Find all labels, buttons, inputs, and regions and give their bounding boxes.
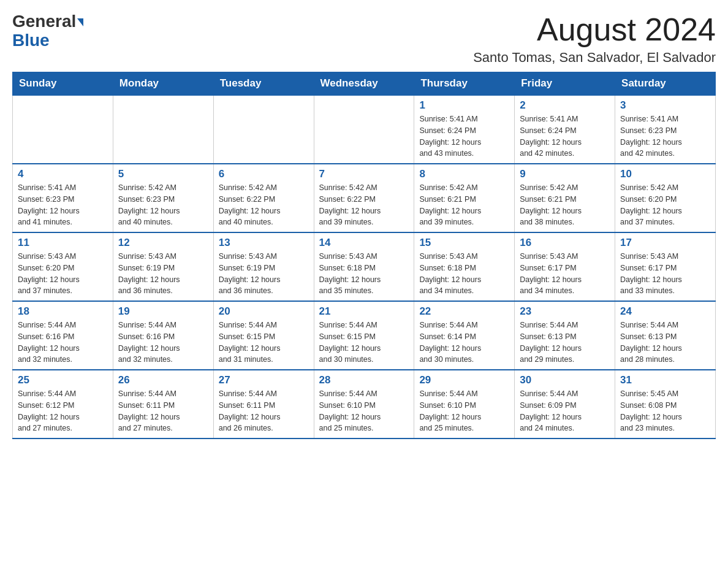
day-number: 24 xyxy=(620,305,710,318)
day-number: 26 xyxy=(118,374,208,386)
day-info: Sunrise: 5:42 AMSunset: 6:22 PMDaylight:… xyxy=(219,182,309,228)
day-number: 18 xyxy=(18,305,108,318)
day-info: Sunrise: 5:44 AMSunset: 6:13 PMDaylight:… xyxy=(520,320,610,366)
day-number: 25 xyxy=(18,374,108,386)
day-number: 11 xyxy=(18,237,108,249)
day-number: 22 xyxy=(419,305,509,318)
day-number: 10 xyxy=(620,168,710,180)
calendar-cell: 10Sunrise: 5:42 AMSunset: 6:20 PMDayligh… xyxy=(615,164,716,232)
day-info: Sunrise: 5:41 AMSunset: 6:24 PMDaylight:… xyxy=(419,113,509,159)
day-info: Sunrise: 5:44 AMSunset: 6:15 PMDaylight:… xyxy=(219,320,309,366)
calendar-cell: 14Sunrise: 5:43 AMSunset: 6:18 PMDayligh… xyxy=(314,232,414,301)
title-area: August 2024 Santo Tomas, San Salvador, E… xyxy=(473,12,716,66)
day-info: Sunrise: 5:41 AMSunset: 6:23 PMDaylight:… xyxy=(620,113,710,159)
day-number: 2 xyxy=(520,99,610,112)
day-number: 5 xyxy=(118,168,208,180)
day-number: 27 xyxy=(219,374,309,386)
day-number: 28 xyxy=(319,374,409,386)
calendar-cell: 28Sunrise: 5:44 AMSunset: 6:10 PMDayligh… xyxy=(314,370,414,439)
calendar-week-row: 25Sunrise: 5:44 AMSunset: 6:12 PMDayligh… xyxy=(13,370,716,439)
day-number: 21 xyxy=(319,305,409,318)
calendar-table: SundayMondayTuesdayWednesdayThursdayFrid… xyxy=(12,72,716,439)
calendar-cell: 30Sunrise: 5:44 AMSunset: 6:09 PMDayligh… xyxy=(515,370,615,439)
day-number: 6 xyxy=(219,168,309,180)
calendar-week-row: 4Sunrise: 5:41 AMSunset: 6:23 PMDaylight… xyxy=(13,164,716,232)
day-number: 13 xyxy=(219,237,309,249)
logo-blue: Blue xyxy=(12,31,50,50)
day-number: 29 xyxy=(419,374,509,386)
calendar-header-monday: Monday xyxy=(113,72,213,96)
calendar-cell: 8Sunrise: 5:42 AMSunset: 6:21 PMDaylight… xyxy=(414,164,515,232)
header: GeneralBlue August 2024 Santo Tomas, San… xyxy=(12,12,716,66)
month-title: August 2024 xyxy=(473,12,716,47)
day-info: Sunrise: 5:44 AMSunset: 6:15 PMDaylight:… xyxy=(319,320,409,366)
day-number: 9 xyxy=(520,168,610,180)
day-number: 7 xyxy=(319,168,409,180)
calendar-cell: 21Sunrise: 5:44 AMSunset: 6:15 PMDayligh… xyxy=(314,301,414,370)
logo: GeneralBlue xyxy=(12,12,83,50)
calendar-cell: 3Sunrise: 5:41 AMSunset: 6:23 PMDaylight… xyxy=(615,95,716,164)
day-number: 15 xyxy=(419,237,509,249)
day-number: 23 xyxy=(520,305,610,318)
calendar-cell: 4Sunrise: 5:41 AMSunset: 6:23 PMDaylight… xyxy=(13,164,113,232)
calendar-cell: 12Sunrise: 5:43 AMSunset: 6:19 PMDayligh… xyxy=(113,232,213,301)
calendar-cell: 13Sunrise: 5:43 AMSunset: 6:19 PMDayligh… xyxy=(213,232,314,301)
location-subtitle: Santo Tomas, San Salvador, El Salvador xyxy=(473,50,716,66)
day-info: Sunrise: 5:44 AMSunset: 6:09 PMDaylight:… xyxy=(520,388,610,434)
calendar-cell xyxy=(213,95,314,164)
calendar-cell: 7Sunrise: 5:42 AMSunset: 6:22 PMDaylight… xyxy=(314,164,414,232)
day-info: Sunrise: 5:43 AMSunset: 6:17 PMDaylight:… xyxy=(520,251,610,297)
day-info: Sunrise: 5:42 AMSunset: 6:23 PMDaylight:… xyxy=(118,182,208,228)
calendar-cell: 31Sunrise: 5:45 AMSunset: 6:08 PMDayligh… xyxy=(615,370,716,439)
calendar-cell: 26Sunrise: 5:44 AMSunset: 6:11 PMDayligh… xyxy=(113,370,213,439)
logo-triangle-icon xyxy=(77,18,83,26)
day-info: Sunrise: 5:44 AMSunset: 6:10 PMDaylight:… xyxy=(319,388,409,434)
day-number: 14 xyxy=(319,237,409,249)
day-info: Sunrise: 5:42 AMSunset: 6:21 PMDaylight:… xyxy=(520,182,610,228)
day-info: Sunrise: 5:41 AMSunset: 6:24 PMDaylight:… xyxy=(520,113,610,159)
day-info: Sunrise: 5:43 AMSunset: 6:18 PMDaylight:… xyxy=(319,251,409,297)
calendar-cell: 6Sunrise: 5:42 AMSunset: 6:22 PMDaylight… xyxy=(213,164,314,232)
calendar-cell: 23Sunrise: 5:44 AMSunset: 6:13 PMDayligh… xyxy=(515,301,615,370)
day-info: Sunrise: 5:44 AMSunset: 6:14 PMDaylight:… xyxy=(419,320,509,366)
day-info: Sunrise: 5:42 AMSunset: 6:20 PMDaylight:… xyxy=(620,182,710,228)
calendar-cell: 22Sunrise: 5:44 AMSunset: 6:14 PMDayligh… xyxy=(414,301,515,370)
day-info: Sunrise: 5:44 AMSunset: 6:11 PMDaylight:… xyxy=(219,388,309,434)
day-number: 19 xyxy=(118,305,208,318)
calendar-week-row: 11Sunrise: 5:43 AMSunset: 6:20 PMDayligh… xyxy=(13,232,716,301)
day-number: 20 xyxy=(219,305,309,318)
calendar-cell xyxy=(13,95,113,164)
calendar-header-thursday: Thursday xyxy=(414,72,515,96)
calendar-header-tuesday: Tuesday xyxy=(213,72,314,96)
day-number: 1 xyxy=(419,99,509,112)
day-info: Sunrise: 5:44 AMSunset: 6:16 PMDaylight:… xyxy=(18,320,108,366)
day-info: Sunrise: 5:43 AMSunset: 6:17 PMDaylight:… xyxy=(620,251,710,297)
day-info: Sunrise: 5:42 AMSunset: 6:21 PMDaylight:… xyxy=(419,182,509,228)
calendar-cell: 5Sunrise: 5:42 AMSunset: 6:23 PMDaylight… xyxy=(113,164,213,232)
calendar-cell: 11Sunrise: 5:43 AMSunset: 6:20 PMDayligh… xyxy=(13,232,113,301)
day-info: Sunrise: 5:43 AMSunset: 6:20 PMDaylight:… xyxy=(18,251,108,297)
day-number: 4 xyxy=(18,168,108,180)
calendar-cell: 24Sunrise: 5:44 AMSunset: 6:13 PMDayligh… xyxy=(615,301,716,370)
day-number: 17 xyxy=(620,237,710,249)
calendar-cell xyxy=(113,95,213,164)
day-number: 12 xyxy=(118,237,208,249)
calendar-header-friday: Friday xyxy=(515,72,615,96)
day-number: 30 xyxy=(520,374,610,386)
calendar-cell: 27Sunrise: 5:44 AMSunset: 6:11 PMDayligh… xyxy=(213,370,314,439)
day-info: Sunrise: 5:44 AMSunset: 6:11 PMDaylight:… xyxy=(118,388,208,434)
day-info: Sunrise: 5:43 AMSunset: 6:19 PMDaylight:… xyxy=(118,251,208,297)
calendar-cell: 29Sunrise: 5:44 AMSunset: 6:10 PMDayligh… xyxy=(414,370,515,439)
calendar-week-row: 18Sunrise: 5:44 AMSunset: 6:16 PMDayligh… xyxy=(13,301,716,370)
calendar-cell: 15Sunrise: 5:43 AMSunset: 6:18 PMDayligh… xyxy=(414,232,515,301)
day-info: Sunrise: 5:42 AMSunset: 6:22 PMDaylight:… xyxy=(319,182,409,228)
day-info: Sunrise: 5:43 AMSunset: 6:19 PMDaylight:… xyxy=(219,251,309,297)
day-info: Sunrise: 5:44 AMSunset: 6:16 PMDaylight:… xyxy=(118,320,208,366)
calendar-cell: 20Sunrise: 5:44 AMSunset: 6:15 PMDayligh… xyxy=(213,301,314,370)
day-info: Sunrise: 5:45 AMSunset: 6:08 PMDaylight:… xyxy=(620,388,710,434)
day-info: Sunrise: 5:41 AMSunset: 6:23 PMDaylight:… xyxy=(18,182,108,228)
calendar-cell: 2Sunrise: 5:41 AMSunset: 6:24 PMDaylight… xyxy=(515,95,615,164)
day-info: Sunrise: 5:43 AMSunset: 6:18 PMDaylight:… xyxy=(419,251,509,297)
calendar-header-saturday: Saturday xyxy=(615,72,716,96)
calendar-cell: 1Sunrise: 5:41 AMSunset: 6:24 PMDaylight… xyxy=(414,95,515,164)
